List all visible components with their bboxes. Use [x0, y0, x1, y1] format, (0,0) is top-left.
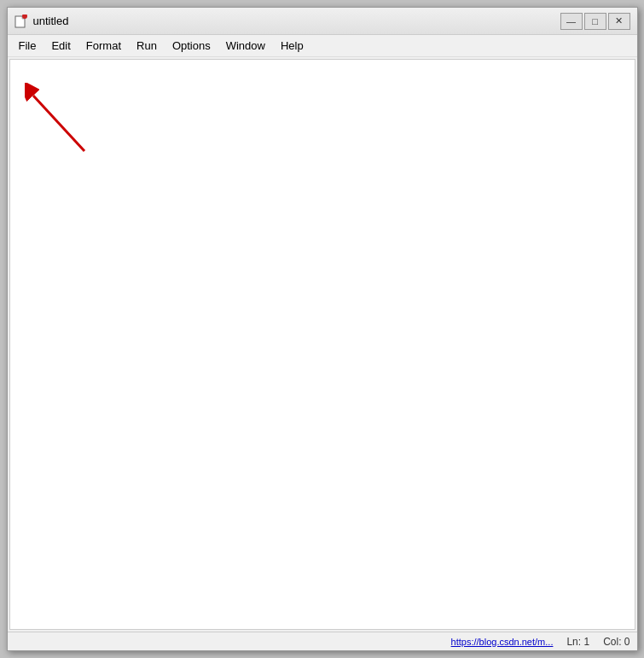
- notepad-icon: [15, 15, 28, 28]
- status-url[interactable]: https://blog.csdn.net/m...: [451, 637, 554, 647]
- status-bar: https://blog.csdn.net/m... Ln: 1 Col: 0: [8, 632, 637, 650]
- title-bar-controls: — □ ✕: [560, 13, 630, 30]
- title-bar-left: untitled: [15, 15, 69, 28]
- menu-edit[interactable]: Edit: [44, 36, 78, 55]
- title-bar: untitled — □ ✕: [8, 8, 637, 35]
- status-line: Ln: 1: [566, 636, 589, 648]
- menu-options[interactable]: Options: [165, 36, 218, 55]
- menu-window[interactable]: Window: [218, 36, 273, 55]
- menu-help[interactable]: Help: [273, 36, 311, 55]
- close-button[interactable]: ✕: [608, 13, 630, 30]
- menu-run[interactable]: Run: [129, 36, 165, 55]
- window-title: untitled: [33, 15, 69, 27]
- status-col: Col: 0: [603, 636, 629, 648]
- menu-file[interactable]: File: [11, 36, 44, 55]
- main-window: untitled — □ ✕ File Edit Format Run Opti…: [7, 7, 638, 651]
- maximize-button[interactable]: □: [584, 13, 606, 30]
- menu-bar: File Edit Format Run Options Window Help: [8, 35, 637, 57]
- menu-format[interactable]: Format: [78, 36, 129, 55]
- editor-container: [8, 57, 637, 632]
- app-icon: [15, 15, 28, 28]
- minimize-button[interactable]: —: [560, 13, 583, 30]
- editor-textarea[interactable]: [9, 59, 635, 630]
